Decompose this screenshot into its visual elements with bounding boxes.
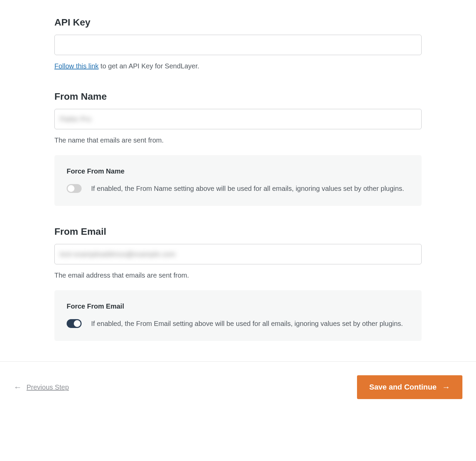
- force-from-email-description: If enabled, the From Email setting above…: [91, 318, 403, 329]
- from-email-section: From Email test-exampleaddress@example.c…: [54, 226, 422, 341]
- from-name-helper: The name that emails are sent from.: [54, 135, 422, 145]
- previous-step-link[interactable]: ← Previous Step: [14, 383, 69, 391]
- api-key-link[interactable]: Follow this link: [54, 62, 99, 70]
- arrow-right-icon: →: [442, 383, 450, 391]
- save-button-label: Save and Continue: [369, 383, 437, 392]
- api-key-input[interactable]: [54, 35, 422, 55]
- from-name-section: From Name Pattie Pro The name that email…: [54, 91, 422, 206]
- force-from-name-box: Force From Name If enabled, the From Nam…: [54, 155, 422, 206]
- from-name-label: From Name: [54, 91, 422, 102]
- force-from-email-box: Force From Email If enabled, the From Em…: [54, 290, 422, 341]
- footer: ← Previous Step Save and Continue →: [0, 361, 476, 413]
- from-email-input[interactable]: [54, 244, 422, 264]
- force-from-email-toggle[interactable]: [67, 319, 82, 328]
- from-email-label: From Email: [54, 226, 422, 237]
- force-from-name-title: Force From Name: [67, 167, 409, 175]
- from-email-helper: The email address that emails are sent f…: [54, 270, 422, 280]
- arrow-left-icon: ←: [14, 383, 22, 391]
- force-from-name-description: If enabled, the From Name setting above …: [91, 183, 404, 194]
- api-key-label: API Key: [54, 17, 422, 28]
- api-key-helper-suffix: to get an API Key for SendLayer.: [99, 62, 199, 70]
- save-and-continue-button[interactable]: Save and Continue →: [357, 375, 462, 399]
- force-from-name-toggle[interactable]: [67, 184, 82, 193]
- force-from-email-title: Force From Email: [67, 302, 409, 310]
- api-key-section: API Key Follow this link to get an API K…: [54, 17, 422, 71]
- previous-step-label: Previous Step: [27, 383, 69, 391]
- api-key-helper: Follow this link to get an API Key for S…: [54, 61, 422, 71]
- from-name-input[interactable]: [54, 109, 422, 129]
